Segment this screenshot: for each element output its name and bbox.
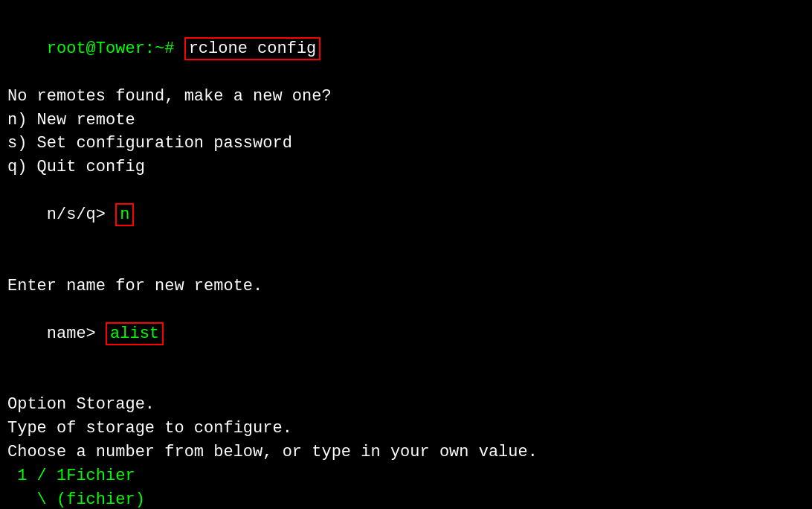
item1-num-line: 1 / 1Fichier [7, 464, 805, 488]
choose-number-line: Choose a number from below, or type in y… [7, 441, 805, 464]
nsq-prompt-line: n/s/q> n [7, 179, 805, 251]
nsq-input[interactable]: n [115, 203, 134, 226]
option-storage-line: Option Storage. [7, 393, 805, 417]
enter-name-line: Enter name for new remote. [7, 275, 805, 298]
quit-config-line: q) Quit config [7, 156, 805, 179]
type-storage-line: Type of storage to configure. [7, 417, 805, 441]
blank-line-2 [7, 369, 805, 393]
command: rclone config [184, 37, 321, 60]
name-prompt-text: name> [47, 324, 106, 343]
name-input[interactable]: alist [106, 322, 164, 345]
nsq-prompt-text: n/s/q> [47, 205, 115, 224]
terminal-window: root@Tower:~# rclone config No remotes f… [7, 13, 805, 496]
no-remotes-line: No remotes found, make a new one? [7, 85, 805, 109]
new-remote-line: n) New remote [7, 109, 805, 132]
set-password-line: s) Set configuration password [7, 132, 805, 156]
prompt-line: root@Tower:~# rclone config [7, 13, 805, 85]
prompt-user: root@Tower [47, 39, 145, 58]
blank-line-1 [7, 251, 805, 275]
name-prompt-line: name> alist [7, 298, 805, 370]
item1-sub-line: \ (fichier) [7, 488, 805, 509]
prompt-symbol: :~# [145, 39, 184, 58]
